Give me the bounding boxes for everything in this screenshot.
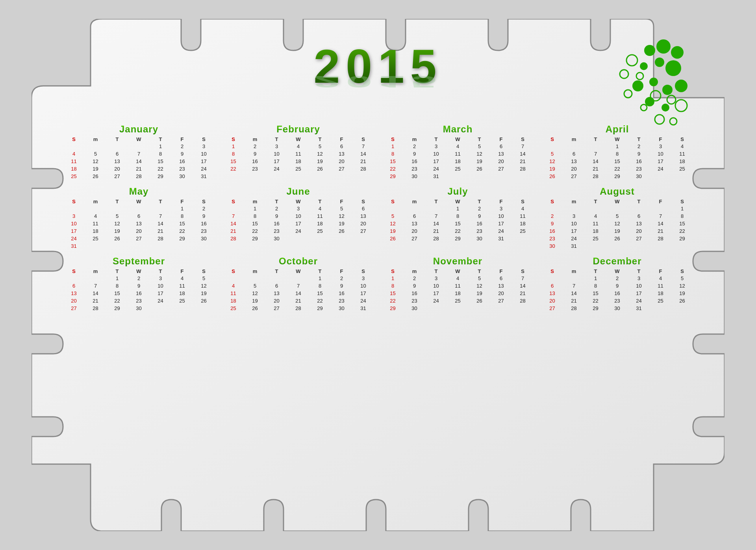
calendar-day: 10 — [563, 220, 585, 227]
calendar-day: 3 — [150, 275, 171, 282]
calendar-day: 17 — [425, 158, 447, 165]
calendar-day: 9 — [541, 220, 563, 227]
calendar-day: 6 — [106, 150, 128, 158]
calendar-day: 1 — [222, 143, 244, 150]
calendar-day: 27 — [563, 173, 585, 180]
calendar-day: 31 — [63, 242, 85, 250]
calendar-day: 7 — [512, 275, 534, 282]
calendar-day: 1 — [244, 205, 266, 212]
calendar-day: 21 — [425, 227, 447, 235]
calendar-day: 21 — [512, 158, 534, 165]
calendar-day — [490, 305, 512, 312]
calendar-day: 6 — [331, 143, 352, 150]
calendar-day — [128, 205, 150, 212]
calendar-day: 22 — [244, 227, 266, 235]
calendar-day — [447, 305, 469, 312]
calendar-day: 16 — [193, 220, 215, 227]
calendar-day: 24 — [425, 297, 447, 305]
calendar-day: 18 — [63, 165, 85, 173]
calendar-day: 23 — [331, 297, 352, 305]
calendar-day: 3 — [193, 143, 215, 150]
calendar-day: 6 — [266, 282, 287, 290]
calendar-day: 10 — [425, 282, 447, 290]
calendar-day: 8 — [244, 212, 266, 220]
svg-point-0 — [644, 45, 655, 56]
calendar-day: 1 — [585, 275, 606, 282]
calendar-day: 9 — [128, 282, 150, 290]
calendar-day: 3 — [352, 275, 374, 282]
calendar-day: 10 — [490, 212, 512, 220]
calendar-day — [563, 143, 585, 150]
calendar-day: 8 — [671, 212, 693, 220]
year-reflection: 2015 — [314, 78, 443, 86]
calendar-day: 29 — [382, 305, 404, 312]
calendar-day: 11 — [171, 282, 193, 290]
calendar-day: 19 — [469, 290, 490, 297]
calendar-day: 19 — [541, 165, 563, 173]
month-table-july: SmTWTFS123456789101112131415161718192021… — [382, 198, 534, 242]
calendar-day: 11 — [671, 150, 693, 158]
calendar-day: 24 — [425, 165, 447, 173]
calendar-day — [585, 242, 606, 250]
circles-decoration — [598, 39, 689, 129]
calendar-day: 14 — [512, 282, 534, 290]
calendar-day: 12 — [541, 158, 563, 165]
calendar-day: 5 — [244, 282, 266, 290]
calendar-day: 25 — [447, 165, 469, 173]
calendar-day: 29 — [447, 235, 469, 242]
calendar-day — [193, 305, 215, 312]
calendar-day: 5 — [671, 275, 693, 282]
calendar-day: 24 — [563, 235, 585, 242]
calendar-day: 22 — [106, 297, 128, 305]
calendar-day: 1 — [447, 205, 469, 212]
calendar-day: 26 — [606, 235, 628, 242]
calendar-day: 31 — [193, 173, 215, 180]
calendar-day: 21 — [85, 297, 106, 305]
calendar-day: 30 — [606, 305, 628, 312]
calendar-day: 10 — [193, 150, 215, 158]
calendar-day: 22 — [150, 165, 171, 173]
calendar-day: 30 — [331, 305, 352, 312]
calendar-day: 4 — [447, 275, 469, 282]
month-name-december: December — [541, 256, 693, 267]
calendar-day: 7 — [352, 143, 374, 150]
calendar-day: 22 — [382, 297, 404, 305]
calendar-day: 23 — [171, 165, 193, 173]
calendar-day: 30 — [469, 235, 490, 242]
calendar-day: 12 — [469, 282, 490, 290]
month-block-march: MarchSmTWTFS1234567891011121314151617181… — [382, 124, 534, 180]
calendar-day: 7 — [650, 212, 671, 220]
month-table-october: SmTWTFS123456789101112131415161718192021… — [222, 268, 374, 312]
calendar-day — [266, 275, 287, 282]
calendar-day: 17 — [150, 290, 171, 297]
calendar-day: 29 — [106, 305, 128, 312]
calendar-day: 19 — [244, 297, 266, 305]
month-block-january: JanuarySmTWTFS12345678910111213141516171… — [63, 124, 215, 180]
calendar-day: 25 — [63, 173, 85, 180]
calendar-day: 10 — [150, 282, 171, 290]
calendar-day: 20 — [266, 297, 287, 305]
calendar-day: 13 — [106, 158, 128, 165]
calendar-day: 5 — [331, 205, 352, 212]
calendar-day: 28 — [352, 165, 374, 173]
month-block-october: OctoberSmTWTFS12345678910111213141516171… — [222, 256, 374, 312]
calendar-day: 15 — [171, 220, 193, 227]
calendar-day: 22 — [222, 165, 244, 173]
calendar-day: 31 — [490, 235, 512, 242]
calendar-day: 19 — [469, 158, 490, 165]
calendar-day — [650, 242, 671, 250]
calendar-day: 27 — [128, 235, 150, 242]
calendar-day — [150, 242, 171, 250]
calendar-day: 8 — [382, 282, 404, 290]
calendar-day — [606, 205, 628, 212]
calendar-day: 16 — [266, 220, 287, 227]
calendar-day: 28 — [128, 173, 150, 180]
calendar-day: 25 — [447, 297, 469, 305]
calendar-day: 9 — [193, 212, 215, 220]
calendar-day: 27 — [541, 305, 563, 312]
svg-point-20 — [655, 115, 664, 124]
calendar-day: 11 — [309, 212, 331, 220]
calendar-day — [563, 275, 585, 282]
calendar-day — [425, 305, 447, 312]
svg-point-18 — [624, 90, 632, 98]
